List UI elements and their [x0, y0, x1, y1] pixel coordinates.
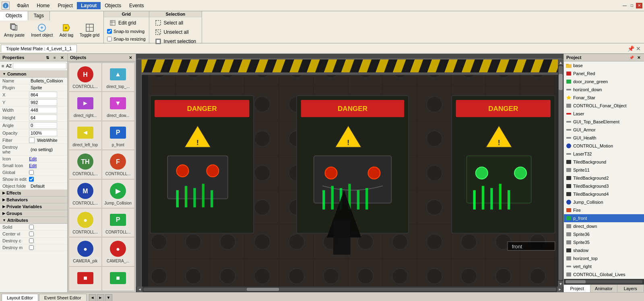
- scroll-track-v[interactable]: [559, 66, 563, 280]
- object-item-obj_red[interactable]: ■: [69, 267, 101, 291]
- center-vi-checkbox[interactable]: [29, 231, 34, 236]
- project-scroll-track[interactable]: [566, 280, 642, 283]
- tree-item-direct_down[interactable]: direct_down: [564, 222, 644, 230]
- scroll-track-h[interactable]: [143, 288, 556, 291]
- close-tab-icon[interactable]: ✕: [636, 45, 641, 52]
- menu-file[interactable]: Файл: [13, 2, 33, 9]
- opacity-input[interactable]: [29, 130, 57, 136]
- tree-item-GUI_Top_BaseElement[interactable]: GUI_Top_BaseElement: [564, 118, 644, 126]
- menu-layout[interactable]: Layout: [77, 2, 101, 9]
- menu-project[interactable]: Project: [54, 2, 77, 9]
- tree-item-Fire[interactable]: Fire: [564, 206, 644, 214]
- scroll-right-arrow[interactable]: ►: [557, 287, 563, 292]
- tree-item-Sprite36[interactable]: Sprite36: [564, 230, 644, 238]
- tree-item-CONTROLL_Global_Lives[interactable]: CONTROLL_Global_Lives: [564, 270, 644, 278]
- scroll-down-arrow[interactable]: ▼: [558, 281, 564, 287]
- tree-item-LaserT32[interactable]: LaserT32: [564, 150, 644, 158]
- tab-menu-arrow[interactable]: ▼: [105, 294, 112, 301]
- object-item-p_front[interactable]: P p_front: [102, 121, 134, 149]
- maximize-button[interactable]: □: [629, 3, 635, 8]
- tree-item-shadow[interactable]: shadow: [564, 246, 644, 254]
- destroy-c-checkbox[interactable]: [29, 238, 34, 243]
- small-icon-edit-link[interactable]: Edit: [29, 163, 37, 168]
- canvas-scrollbar-right[interactable]: ▲ ▼: [558, 59, 564, 287]
- object-item-CAMERA_pik[interactable]: ● CAMERA_pik: [69, 238, 101, 266]
- event-sheet-editor-tab[interactable]: Event Sheet Editor: [39, 294, 87, 301]
- props-az-btn[interactable]: AZ: [6, 62, 12, 70]
- icon-edit-link[interactable]: Edit: [29, 156, 37, 161]
- tree-item-horizont_top[interactable]: horizont_top: [564, 254, 644, 262]
- tree-item-Laser[interactable]: Laser: [564, 110, 644, 118]
- tab-project[interactable]: Project: [564, 285, 590, 292]
- attributes-section-header[interactable]: ▼ Attributes: [0, 217, 67, 224]
- object-item-CONTROLL_2[interactable]: TH CONTROLL...: [69, 150, 101, 178]
- effects-section-header[interactable]: ▶ Effects: [0, 190, 67, 197]
- close-project-icon[interactable]: ✕: [636, 55, 642, 60]
- invert-selection-button[interactable]: Invert selection: [153, 37, 199, 45]
- tree-item-Panel_Red[interactable]: Panel_Red: [564, 70, 644, 78]
- toggle-grid-button[interactable]: Toggle grid: [78, 22, 101, 38]
- array-paste-button[interactable]: Array paste: [2, 22, 26, 38]
- object-item-CAMERA_2[interactable]: ● CAMERA_...: [102, 238, 134, 266]
- tree-item-GUI_Armor[interactable]: GUI_Armor: [564, 126, 644, 134]
- common-section-header[interactable]: ▼ Common: [0, 71, 67, 78]
- close-objects-icon[interactable]: ✕: [128, 55, 133, 60]
- tree-item-TiledBackground[interactable]: TiledBackground: [564, 158, 644, 166]
- global-checkbox[interactable]: [29, 170, 34, 175]
- scroll-thumb-h[interactable]: [247, 288, 279, 291]
- tree-item-Sprite35[interactable]: Sprite35: [564, 238, 644, 246]
- tree-item-TiledBackground3[interactable]: TiledBackground3: [564, 182, 644, 190]
- snap-to-moving-checkbox[interactable]: [107, 29, 112, 34]
- canvas-scrollbar-bottom[interactable]: ◄ ►: [136, 287, 564, 292]
- object-item-obj_green[interactable]: ■: [102, 267, 134, 291]
- width-input[interactable]: [29, 107, 57, 113]
- scroll-left-arrow[interactable]: ◄: [137, 287, 142, 292]
- filter-icon[interactable]: ≡: [52, 55, 58, 60]
- tree-item-Sprite11[interactable]: Sprite11: [564, 166, 644, 174]
- object-item-Jump_Collision[interactable]: ▶ Jump_Collision: [102, 180, 134, 208]
- tree-item-base[interactable]: base: [564, 61, 644, 70]
- tab-animator[interactable]: Animator: [590, 285, 617, 292]
- object-item-direct_top[interactable]: ▲ direct_top_...: [102, 63, 134, 91]
- active-tab[interactable]: Tripple Metal Plate : 4_Level_1_1: [1, 45, 77, 52]
- tree-item-p_front[interactable]: p_front: [564, 214, 644, 222]
- object-item-CONTROLL_3[interactable]: F CONTROLL...: [102, 150, 134, 178]
- project-scrollbar[interactable]: [564, 279, 644, 285]
- tab-prev-arrow[interactable]: ◄: [89, 294, 96, 301]
- behaviors-section-header[interactable]: ▶ Behaviors: [0, 197, 67, 203]
- tree-item-Jump_Collision[interactable]: Jump_Collision: [564, 198, 644, 206]
- tree-item-door_zone_green[interactable]: door_zone_green: [564, 78, 644, 86]
- add-tag-button[interactable]: + Add tag: [58, 22, 75, 38]
- menu-home[interactable]: Home: [33, 2, 54, 9]
- object-item-direct_down[interactable]: ▼ direct_dow...: [102, 92, 134, 120]
- close-properties-icon[interactable]: ✕: [59, 55, 65, 60]
- solid-checkbox[interactable]: [29, 225, 34, 229]
- props-list-btn[interactable]: ≡: [1, 62, 5, 70]
- object-item-CONTROLL_5[interactable]: ● CONTROLL...: [69, 209, 101, 237]
- tab-objects[interactable]: Objects: [0, 11, 28, 20]
- groups-section-header[interactable]: ▶ Groups: [0, 210, 67, 217]
- tree-item-vert_right[interactable]: vert_right: [564, 262, 644, 270]
- object-item-direct_left_top[interactable]: ◄ direct_left_top: [69, 121, 101, 149]
- close-button[interactable]: ✕: [636, 3, 642, 8]
- scroll-up-arrow[interactable]: ▲: [558, 59, 564, 65]
- filter-color-swatch[interactable]: [29, 137, 35, 143]
- tree-item-TiledBackground2[interactable]: TiledBackground2: [564, 174, 644, 182]
- minimize-button[interactable]: —: [621, 3, 628, 8]
- tree-item-TiledBackground4[interactable]: TiledBackground4: [564, 190, 644, 198]
- tab-layers[interactable]: Layers: [617, 285, 644, 292]
- private-variables-section-header[interactable]: ▶ Private Variables: [0, 203, 67, 210]
- layout-editor-tab[interactable]: Layout Editor: [2, 294, 38, 301]
- x-input[interactable]: [29, 92, 57, 98]
- edit-grid-button[interactable]: Edit grid: [107, 19, 146, 27]
- destroy-m-checkbox[interactable]: [29, 245, 34, 250]
- snap-to-resizing-checkbox[interactable]: [107, 37, 112, 41]
- pin-project-icon[interactable]: 📌: [629, 55, 634, 60]
- select-all-button[interactable]: Select all: [153, 19, 199, 27]
- game-viewport[interactable]: DANGER !: [142, 59, 564, 287]
- tab-tags[interactable]: Tags: [28, 11, 50, 20]
- scroll-thumb-v[interactable]: [559, 74, 563, 90]
- tab-next-arrow[interactable]: ►: [97, 294, 104, 301]
- object-item-CONTROLL_4[interactable]: M CONTROLL...: [69, 180, 101, 208]
- height-input[interactable]: [29, 115, 57, 121]
